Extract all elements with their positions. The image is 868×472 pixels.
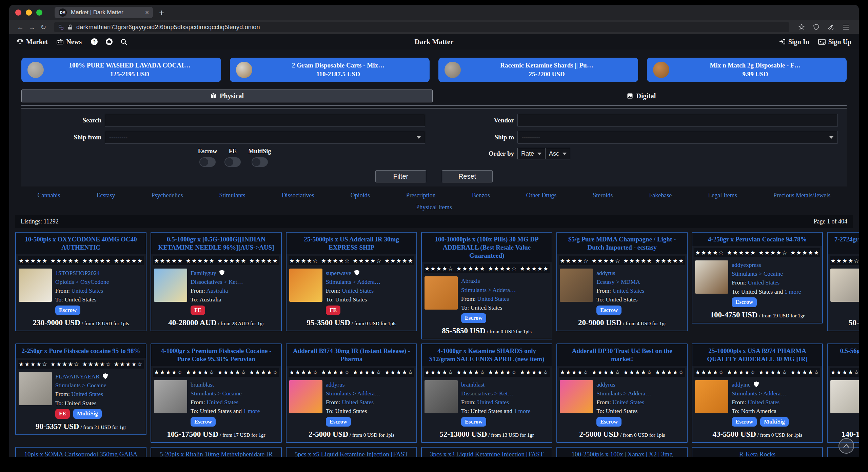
vendor-link[interactable]: superwave: [326, 269, 351, 277]
listing-card[interactable]: 3pcs x x3 Liquid Ketamine Injection [FAS…: [421, 447, 552, 457]
forward-button[interactable]: →: [26, 23, 38, 31]
category-link[interactable]: Prescription: [406, 192, 436, 199]
listing-title-link[interactable]: 10-500pls x OXYCODONE 40MG OC40 AUTHENTI…: [25, 236, 137, 251]
new-tab-button[interactable]: +: [159, 7, 164, 18]
category-breadcrumb-link[interactable]: Stimulants > Cocaine: [732, 270, 783, 277]
listing-image[interactable]: [154, 269, 187, 302]
listing-title-link[interactable]: 4-1000gr x Premium Fishscale Cocaine - P…: [161, 347, 272, 362]
vendor-link[interactable]: Familyguy: [191, 269, 216, 277]
from-country-link[interactable]: United States: [71, 391, 103, 397]
shield-icon[interactable]: [813, 24, 820, 31]
from-country-link[interactable]: United States: [477, 399, 509, 406]
ship-from-select[interactable]: ---------: [105, 131, 425, 144]
listing-title-link[interactable]: Adderall DP30 Trust Us! Best on the mark…: [572, 347, 672, 362]
vendor-link[interactable]: addyexpress: [732, 260, 761, 269]
maximize-window-button[interactable]: [36, 9, 42, 16]
listing-card[interactable]: 100-10000pls x (100x Pills) 30 MG DP ADD…: [421, 232, 552, 339]
listing-card[interactable]: 2-250gr x Pure Fishscale cocaine 95 to 9…: [15, 343, 146, 435]
listing-card[interactable]: 4-250gr x Peruvian Cocaine 94.78% ★★★★☆ …: [692, 232, 823, 323]
listing-card[interactable]: 100-2500pls x 100x | Xanax | X2 | 3mg ★★…: [556, 447, 688, 457]
vendor-link[interactable]: addyrus: [596, 269, 615, 277]
listing-title-link[interactable]: 5-20pls x Ritalin 10mg Methylphenidate I…: [160, 451, 273, 457]
category-link[interactable]: Ecstasy: [97, 192, 115, 199]
listing-title-link[interactable]: 5pcs x x5 Liquid Ketamine Injection [FAS…: [295, 451, 408, 457]
category-breadcrumb-link[interactable]: Ecstasy > MDMA: [596, 278, 640, 285]
tor-circuit-icon[interactable]: [58, 24, 64, 30]
menu-hamburger-icon[interactable]: [843, 24, 849, 30]
listing-card[interactable]: 4-1000gr x Ketamine SHARDS only $12/gram…: [421, 343, 552, 443]
banner-ad[interactable]: 100% PURE WASHED LAVADA COCAI… 125-2195 …: [21, 58, 221, 82]
search-icon[interactable]: [120, 38, 127, 45]
category-link-physical-items[interactable]: Physical Items: [416, 204, 452, 211]
listing-title-link[interactable]: 25-10000pls x USA B974 PHARMA QUALITY AD…: [707, 347, 808, 362]
order-by-direction-select[interactable]: Asc: [545, 148, 570, 159]
listing-title-link[interactable]: Adderall B974 30mg IR (Instant Release) …: [293, 347, 410, 362]
filter-button[interactable]: Filter: [375, 170, 426, 182]
vendor-link[interactable]: brainblast: [461, 380, 485, 389]
listing-title-link[interactable]: 0.5-56gr x COCAINE | AAA GRADE | UNCUT […: [840, 347, 859, 362]
banner-ad[interactable]: Racemic Ketamine Shards || Pu… 25-2200 U…: [438, 58, 638, 82]
search-input[interactable]: [105, 114, 425, 127]
listing-card[interactable]: 25-10000pls x USA B974 PHARMA QUALITY AD…: [692, 343, 823, 443]
more-destinations-link[interactable]: 1 more: [514, 408, 530, 414]
listing-image[interactable]: [425, 276, 458, 310]
listing-title-link[interactable]: 100-2500pls x 100x | Xanax | X2 | 3mg: [571, 451, 673, 457]
listing-image[interactable]: [425, 380, 458, 413]
scroll-to-top-button[interactable]: [839, 438, 854, 454]
fe-toggle[interactable]: [224, 157, 241, 167]
listing-image[interactable]: [560, 380, 593, 413]
listing-card[interactable]: Adderall B974 30mg IR (Instant Release) …: [286, 343, 417, 443]
listing-card[interactable]: 10pls x SOMA Carisoprodol 350mg GABA pai…: [15, 447, 146, 457]
from-country-link[interactable]: United States: [342, 399, 374, 406]
vendor-link[interactable]: FLAVAINYAEAR: [55, 372, 100, 381]
sign-in-link[interactable]: Sign In: [779, 38, 809, 46]
category-breadcrumb-link[interactable]: Stimulants > Addera…: [326, 390, 381, 397]
more-destinations-link[interactable]: 1 more: [243, 408, 260, 414]
sign-up-link[interactable]: Sign Up: [818, 38, 851, 46]
listing-card[interactable]: 0.5-56gr x COCAINE | AAA GRADE | UNCUT […: [827, 343, 859, 443]
listing-title-link[interactable]: 100-10000pls x (100x Pills) 30 MG DP ADD…: [435, 236, 539, 259]
category-link[interactable]: Stimulants: [219, 192, 245, 199]
from-country-link[interactable]: United States: [748, 279, 780, 286]
listing-title-link[interactable]: R-Keta Rocks: [739, 451, 775, 457]
listing-title-link[interactable]: 4-250gr x Peruvian Cocaine 94.78%: [708, 236, 807, 243]
listing-image[interactable]: [289, 269, 322, 302]
listing-card[interactable]: 7-2724gr x METH AAA Rocks and Shards Met…: [827, 232, 859, 331]
vendor-link[interactable]: addyrus: [596, 380, 615, 389]
from-country-link[interactable]: United States: [206, 399, 238, 406]
category-link[interactable]: Precious Metals/Jewels: [773, 192, 830, 199]
listing-title-link[interactable]: 10pls x SOMA Carisoprodol 350mg GABA pai…: [24, 451, 137, 457]
clear-data-broom-icon[interactable]: [828, 24, 834, 31]
listing-title-link[interactable]: 4-1000gr x Ketamine SHARDS only $12/gram…: [429, 347, 544, 362]
from-country-link[interactable]: Australia: [206, 287, 228, 294]
listing-card[interactable]: 5-20pls x Ritalin 10mg Methylphenidate I…: [151, 447, 282, 457]
listing-card[interactable]: R-Keta Rocks ★★★★★ ★★★★★ ★★★★★ ★★★★★ Fee…: [692, 447, 823, 457]
listing-title-link[interactable]: 25-5000pls x US Adderall IR 30mg EXPRESS…: [304, 236, 399, 251]
category-link[interactable]: Psychedelics: [152, 192, 183, 199]
from-country-link[interactable]: United States: [612, 399, 644, 406]
vendor-link[interactable]: Abraxis: [461, 276, 480, 285]
vendor-link[interactable]: brainblast: [191, 380, 214, 389]
lock-icon[interactable]: [67, 24, 73, 30]
banner-ad[interactable]: Mix n Match 2g Disposable - F… 9.99 USD: [647, 58, 847, 82]
url-bar[interactable]: darkmathiari73grsr6gayiyoid2t6bup5dlxspc…: [54, 22, 789, 32]
close-window-button[interactable]: [15, 9, 21, 16]
help-icon[interactable]: ?: [91, 38, 98, 45]
from-country-link[interactable]: United States: [71, 287, 103, 294]
browser-tab[interactable]: DM Market | Dark Matter ×: [55, 7, 153, 18]
listing-card[interactable]: 4-1000gr x Premium Fishscale Cocaine - P…: [151, 343, 282, 443]
vendor-input[interactable]: [517, 114, 838, 127]
reset-button[interactable]: Reset: [442, 170, 493, 182]
listing-image[interactable]: [19, 269, 52, 302]
listing-title-link[interactable]: 7-2724gr x METH AAA Rocks and Shards Met…: [834, 236, 859, 251]
category-link[interactable]: Fakebase: [649, 192, 672, 199]
listing-image[interactable]: [830, 269, 859, 302]
nav-market[interactable]: Market: [17, 38, 48, 46]
listing-image[interactable]: [19, 372, 52, 405]
category-link[interactable]: Dissociatives: [282, 192, 314, 199]
category-breadcrumb-link[interactable]: Stimulants > Addera…: [732, 390, 787, 397]
category-breadcrumb-link[interactable]: Opioids > OxyCodone: [55, 278, 109, 285]
more-destinations-link[interactable]: 1 more: [784, 288, 801, 295]
tab-digital[interactable]: Digital: [436, 90, 847, 102]
ship-to-select[interactable]: ---------: [517, 131, 838, 144]
